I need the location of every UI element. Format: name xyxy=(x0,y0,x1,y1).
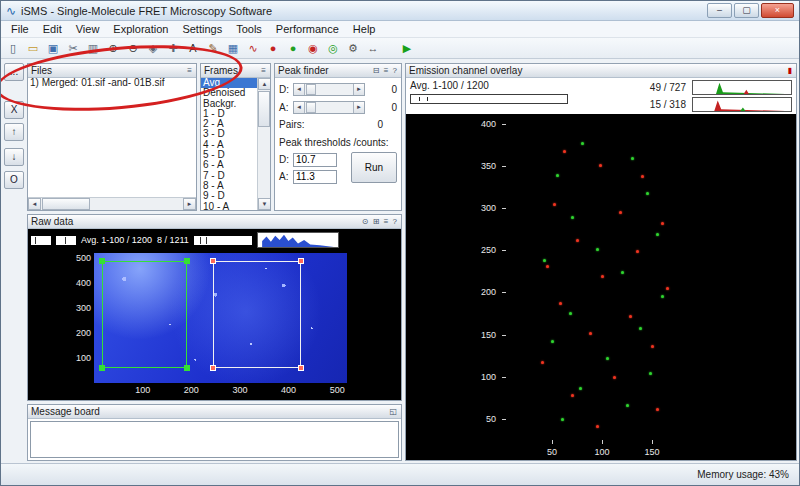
draw-button[interactable]: ✎ xyxy=(204,40,222,57)
save-session-button[interactable]: ▣ xyxy=(44,40,62,57)
scroll-thumb[interactable] xyxy=(258,91,270,127)
frame-list-item[interactable]: 6 - A xyxy=(201,160,257,170)
remove-file-button[interactable]: X xyxy=(4,101,24,119)
frame-slider[interactable] xyxy=(194,236,252,245)
slider-track[interactable] xyxy=(305,84,353,95)
acceptor-peak-slider[interactable]: ◄ ► xyxy=(293,101,365,114)
slider-thumb[interactable] xyxy=(306,84,316,95)
menu-view[interactable]: View xyxy=(69,22,107,36)
green-channel-histogram[interactable] xyxy=(692,80,792,95)
trace-button[interactable]: ∿ xyxy=(244,40,262,57)
open-file-button[interactable]: ▭ xyxy=(24,40,42,57)
donor-roi[interactable] xyxy=(102,261,187,369)
menu-edit[interactable]: Edit xyxy=(36,22,69,36)
slider-left-button[interactable]: ◄ xyxy=(294,102,305,113)
raw-image[interactable] xyxy=(94,253,347,383)
donor-roi-handle[interactable] xyxy=(99,258,105,264)
donor-roi-handle[interactable] xyxy=(184,365,190,371)
menu-tools[interactable]: Tools xyxy=(229,22,269,36)
message-board-text[interactable] xyxy=(30,421,399,458)
frame-list-item[interactable]: 10 - A xyxy=(201,202,257,210)
files-horizontal-scrollbar[interactable]: ◄ ► xyxy=(28,197,196,210)
maximize-button[interactable]: ▢ xyxy=(734,3,759,18)
donor-peak-slider[interactable]: ◄ ► xyxy=(293,83,365,96)
data-cursor-button[interactable]: ✚ xyxy=(164,40,182,57)
donor-roi-handle[interactable] xyxy=(184,258,190,264)
acceptor-marker-button[interactable]: ● xyxy=(284,40,302,57)
scroll-track[interactable] xyxy=(41,198,183,210)
scroll-right-button[interactable]: ► xyxy=(183,198,196,210)
new-session-button[interactable]: ▯ xyxy=(4,40,22,57)
acceptor-roi-handle[interactable] xyxy=(298,365,304,371)
acceptor-threshold-input[interactable] xyxy=(293,170,337,184)
panel-menu-icon[interactable]: ⊙ ⊞ ≡ ? xyxy=(362,217,398,226)
overlay-button[interactable]: ◉ xyxy=(304,40,322,57)
settings-button[interactable]: ⚙ xyxy=(344,40,362,57)
frame-list-item[interactable]: 5 - D xyxy=(201,150,257,160)
slider-thumb[interactable] xyxy=(306,102,316,113)
frames-vertical-scrollbar[interactable]: ▲ ▼ xyxy=(257,78,270,210)
zoom-out-button[interactable]: ⊖ xyxy=(124,40,142,57)
contrast-slider[interactable] xyxy=(56,236,76,245)
browse-files-button[interactable]: ... xyxy=(4,63,24,81)
emission-scatter-plot[interactable] xyxy=(502,114,702,444)
menu-settings[interactable]: Settings xyxy=(175,22,229,36)
link-axes-button[interactable]: ↔ xyxy=(364,40,382,57)
slider-track[interactable] xyxy=(305,102,353,113)
panel-menu-icon[interactable]: ≡ xyxy=(261,66,267,75)
frame-list-item[interactable]: 7 - D xyxy=(201,171,257,181)
acceptor-roi-handle[interactable] xyxy=(210,365,216,371)
panel-menu-icon[interactable]: ⊟ ≡ ? xyxy=(373,66,398,75)
donor-marker-button[interactable]: ● xyxy=(264,40,282,57)
panel-pin-icon[interactable]: ◱ xyxy=(389,407,398,416)
frames-list[interactable]: Avg.DenoisedBackgr.1 - D2 - A3 - D4 - A5… xyxy=(201,78,257,210)
menu-help[interactable]: Help xyxy=(346,22,383,36)
donor-roi-handle[interactable] xyxy=(99,365,105,371)
zoom-in-button[interactable]: ⊕ xyxy=(104,40,122,57)
pan-button[interactable]: ◈ xyxy=(144,40,162,57)
frame-list-item[interactable]: 1 - D xyxy=(201,109,257,119)
frame-list-item[interactable]: Backgr. xyxy=(201,99,257,109)
scroll-thumb[interactable] xyxy=(42,198,90,210)
panel-menu-icon[interactable]: ≡ xyxy=(187,66,193,75)
file-list-item[interactable]: 1) Merged: 01.sif -and- 01B.sif xyxy=(28,78,196,88)
reload-file-button[interactable]: O xyxy=(4,171,24,189)
red-channel-histogram[interactable] xyxy=(692,97,792,112)
files-list[interactable]: 1) Merged: 01.sif -and- 01B.sif xyxy=(28,78,196,197)
acceptor-roi-handle[interactable] xyxy=(298,258,304,264)
acceptor-roi-handle[interactable] xyxy=(210,258,216,264)
close-button[interactable]: × xyxy=(761,3,794,18)
donor-threshold-input[interactable] xyxy=(293,153,337,167)
frame-list-item[interactable]: 2 - A xyxy=(201,119,257,129)
histogram-button[interactable]: ▦ xyxy=(224,40,242,57)
minimize-button[interactable]: – xyxy=(707,3,732,18)
slider-right-button[interactable]: ► xyxy=(353,102,364,113)
frame-list-item[interactable]: 8 - A xyxy=(201,181,257,191)
menu-exploration[interactable]: Exploration xyxy=(106,22,175,36)
scroll-down-button[interactable]: ▼ xyxy=(258,198,270,210)
move-file-down-button[interactable]: ↓ xyxy=(4,148,24,166)
slider-left-button[interactable]: ◄ xyxy=(294,84,305,95)
acceptor-roi[interactable] xyxy=(213,261,301,369)
menu-performance[interactable]: Performance xyxy=(269,22,346,36)
contrast-slider[interactable] xyxy=(31,236,51,245)
frame-list-item[interactable]: Denoised xyxy=(201,88,257,98)
record-icon[interactable]: ▮ xyxy=(788,66,793,75)
scroll-track[interactable] xyxy=(258,90,270,198)
scroll-left-button[interactable]: ◄ xyxy=(28,198,41,210)
run-button[interactable]: Run xyxy=(351,152,397,183)
cut-button[interactable]: ✂ xyxy=(64,40,82,57)
frame-list-item[interactable]: 9 - D xyxy=(201,191,257,201)
move-file-up-button[interactable]: ↑ xyxy=(4,123,24,141)
frame-list-item[interactable]: 4 - A xyxy=(201,140,257,150)
slider-right-button[interactable]: ► xyxy=(353,84,364,95)
menu-file[interactable]: File xyxy=(4,22,36,36)
intensity-histogram[interactable] xyxy=(257,232,339,248)
align-channels-button[interactable]: ◎ xyxy=(324,40,342,57)
copy-button[interactable]: ▥ xyxy=(84,40,102,57)
run-analysis-button[interactable]: ▶ xyxy=(398,40,416,57)
text-label-button[interactable]: A xyxy=(184,40,202,57)
frame-list-item[interactable]: 3 - D xyxy=(201,129,257,139)
frame-list-item[interactable]: Avg. xyxy=(201,78,257,88)
emission-frame-slider[interactable] xyxy=(410,94,568,104)
